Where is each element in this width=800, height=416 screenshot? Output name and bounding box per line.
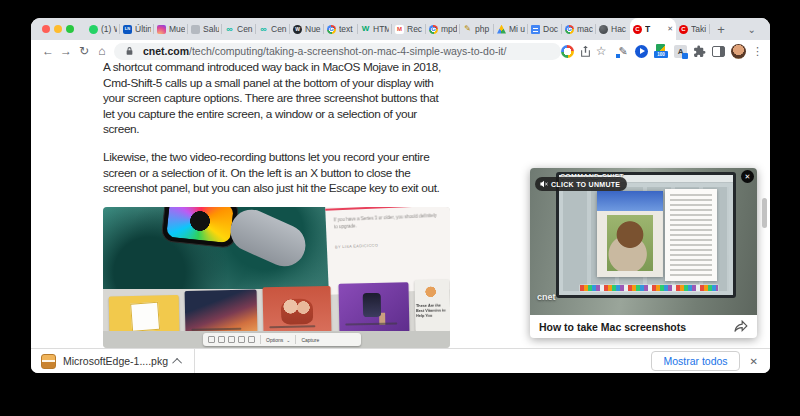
infinity-icon: ∞ bbox=[259, 25, 268, 34]
instagram-icon bbox=[157, 25, 166, 34]
tab-apple[interactable]: Hac bbox=[596, 18, 630, 40]
apple-icon bbox=[599, 25, 608, 34]
url-domain: cnet.com bbox=[143, 45, 189, 57]
google-g-icon[interactable] bbox=[561, 45, 577, 58]
scrollbar-thumb[interactable] bbox=[762, 198, 767, 228]
tab-title: Hac bbox=[611, 24, 627, 34]
tab-close-icon[interactable]: ✕ bbox=[667, 25, 673, 33]
video-share-icon[interactable] bbox=[734, 320, 748, 333]
tab-title: mpd bbox=[441, 24, 457, 34]
url-path: /tech/computing/taking-a-screenshot-on-m… bbox=[189, 45, 506, 57]
tab-instagram[interactable]: Mue bbox=[154, 18, 188, 40]
close-window-button[interactable] bbox=[42, 25, 50, 33]
tab-google-mpd[interactable]: G mpd bbox=[426, 18, 460, 40]
video-frame[interactable]: COMMAND-SHIFT bbox=[530, 168, 757, 315]
unmute-button[interactable]: CLICK TO UNMUTE bbox=[535, 177, 627, 191]
article-line: Cmd-Shift-5 calls up a small panel at th… bbox=[103, 76, 441, 92]
tab-title: php bbox=[475, 24, 491, 34]
tab-cnet-taking[interactable]: C Taki bbox=[676, 18, 710, 40]
zoom-window-button[interactable] bbox=[66, 25, 74, 33]
pagespeed-extension-icon[interactable]: 100 bbox=[654, 44, 668, 58]
pagespeed-badge: 100 bbox=[654, 51, 668, 58]
tab-drive[interactable]: Mi u bbox=[494, 18, 528, 40]
show-all-downloads-button[interactable]: Mostrar todos bbox=[651, 351, 739, 371]
minimize-window-button[interactable] bbox=[54, 25, 62, 33]
download-file-name: MicrosoftEdge-1....pkg bbox=[63, 355, 168, 367]
new-tab-button[interactable]: + bbox=[710, 22, 732, 37]
record-selection-icon bbox=[248, 336, 255, 343]
blue-arrow-extension-icon[interactable] bbox=[635, 45, 648, 58]
ln-icon: LN bbox=[123, 25, 132, 34]
whatsapp-icon bbox=[89, 25, 98, 34]
google-docs-icon bbox=[531, 25, 540, 34]
floating-video-player[interactable]: COMMAND-SHIFT bbox=[530, 168, 757, 338]
extensions-puzzle-icon[interactable] bbox=[693, 45, 706, 58]
wordpress-icon: W bbox=[293, 25, 302, 34]
tab-cnet-active[interactable]: C T ✕ bbox=[630, 18, 676, 40]
capture-window-icon bbox=[218, 336, 225, 343]
tab-gmail[interactable]: M Rec bbox=[392, 18, 426, 40]
bookmark-star-icon[interactable]: ☆ bbox=[593, 44, 609, 58]
video-close-button[interactable]: ✕ bbox=[741, 170, 754, 183]
shelf-close-icon[interactable]: ✕ bbox=[750, 356, 758, 367]
tab-strip: (1) W LN Últin Mue Salu ∞ Cen bbox=[31, 18, 770, 40]
article-line: A shortcut command introduced way back i… bbox=[103, 62, 441, 76]
cnet-icon: C bbox=[679, 25, 688, 34]
tab-centro-1[interactable]: ∞ Cen bbox=[222, 18, 256, 40]
tab-overflow-chevron-icon[interactable]: ⌄ bbox=[748, 24, 756, 35]
color-picker-extension-icon[interactable]: ✎ bbox=[617, 45, 629, 57]
tab-php[interactable]: ✎ php bbox=[460, 18, 494, 40]
browser-window: (1) W LN Últin Mue Salu ∞ Cen bbox=[31, 18, 770, 373]
side-panel-icon[interactable] bbox=[712, 46, 725, 57]
tab-title: Mi u bbox=[509, 24, 525, 34]
translate-extension-icon[interactable]: A bbox=[674, 45, 687, 58]
share-icon[interactable] bbox=[577, 45, 593, 57]
address-bar[interactable]: cnet.com/tech/computing/taking-a-screens… bbox=[114, 43, 561, 60]
article-line: let you capture the entire screen, a win… bbox=[103, 107, 441, 123]
reload-icon[interactable]: ↻ bbox=[75, 44, 93, 58]
gmail-icon: M bbox=[395, 25, 404, 34]
article-line: screen. bbox=[103, 122, 441, 138]
page-content: A shortcut command introduced way back i… bbox=[31, 62, 770, 348]
tab-wordpress[interactable]: W Nue bbox=[290, 18, 324, 40]
google-icon: G bbox=[429, 25, 438, 34]
cnet-watermark: cnet bbox=[537, 292, 556, 302]
article-paragraph-2: Likewise, the two video-recording button… bbox=[103, 150, 439, 197]
tab-title: Cen bbox=[271, 24, 287, 34]
tab-salud[interactable]: Salu bbox=[188, 18, 222, 40]
tab-title: Últin bbox=[135, 24, 151, 34]
pkg-file-icon bbox=[41, 354, 56, 369]
lock-icon bbox=[122, 46, 138, 56]
tabs: (1) W LN Últin Mue Salu ∞ Cen bbox=[86, 18, 770, 40]
download-item[interactable]: MicrosoftEdge-1....pkg bbox=[41, 349, 195, 373]
tab-centro-2[interactable]: ∞ Cen bbox=[256, 18, 290, 40]
tab-title: Nue bbox=[305, 24, 321, 34]
chrome-menu-icon[interactable]: ⋮ bbox=[752, 45, 762, 58]
profile-avatar[interactable] bbox=[731, 44, 746, 59]
tab-google-text[interactable]: G text bbox=[324, 18, 358, 40]
forward-icon[interactable]: → bbox=[57, 44, 75, 58]
download-menu-chevron-icon[interactable] bbox=[172, 357, 182, 367]
capture-screen-icon bbox=[208, 336, 215, 343]
url-text: cnet.com/tech/computing/taking-a-screens… bbox=[143, 45, 507, 57]
macos-dock bbox=[579, 284, 719, 292]
article-line: your screen capture options. There are t… bbox=[103, 91, 441, 107]
generic-site-icon bbox=[191, 25, 200, 34]
tab-title: (1) W bbox=[101, 24, 117, 34]
home-icon[interactable]: ⌂ bbox=[93, 44, 111, 58]
tab-whatsapp[interactable]: (1) W bbox=[86, 18, 120, 40]
options-button-label: Options bbox=[266, 337, 283, 343]
google-drive-icon bbox=[497, 25, 506, 34]
active-tab-title: T bbox=[645, 24, 666, 34]
google-icon: G bbox=[565, 25, 574, 34]
article-hero-image: If you have a Series 3 or older, you sho… bbox=[103, 207, 450, 348]
card-caption-text: These Are the Best Vitamins to Help You bbox=[416, 303, 449, 319]
tab-w3schools[interactable]: W HTM bbox=[358, 18, 392, 40]
article-line: screen or a selection of it. On the left… bbox=[103, 166, 439, 182]
tab-lanacion[interactable]: LN Últin bbox=[120, 18, 154, 40]
video-caption-bar: How to take Mac screenshots bbox=[530, 315, 757, 338]
tab-title: Mue bbox=[169, 24, 185, 34]
tab-docs[interactable]: Doc bbox=[528, 18, 562, 40]
tab-google-mac[interactable]: G mac bbox=[562, 18, 596, 40]
back-icon[interactable]: ← bbox=[39, 44, 57, 58]
